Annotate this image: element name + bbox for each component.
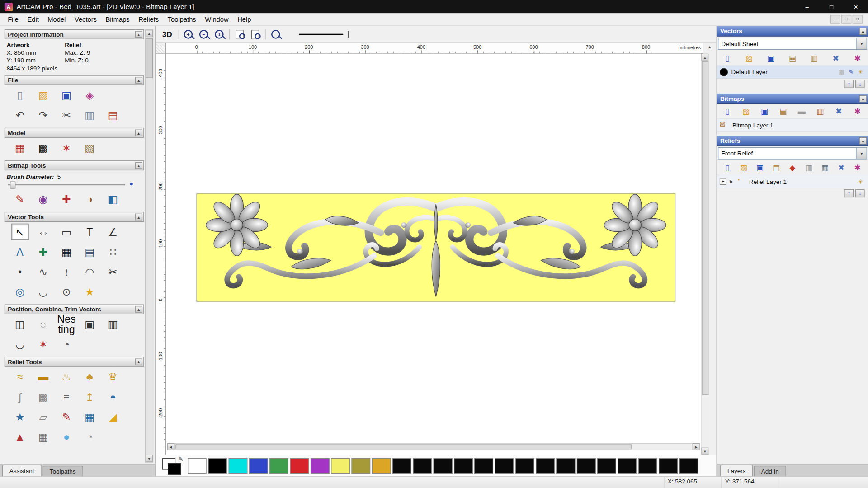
node-edit-icon[interactable]: • [11, 263, 28, 280]
mdi-close-button[interactable]: × [853, 15, 863, 24]
collapse-vectors-button[interactable]: ▲ [859, 28, 867, 35]
arc-tool-icon[interactable]: ◠ [81, 263, 99, 280]
paint-relief-icon[interactable]: ✎ [57, 408, 75, 425]
star-tool-icon[interactable]: ★ [81, 283, 99, 300]
sheet-select[interactable]: Default Sheet ▼ [718, 38, 867, 50]
tab-add-in[interactable]: Add In [754, 466, 786, 476]
freehand-curve-icon[interactable]: ∿ [34, 263, 52, 280]
zoom-previous-button[interactable] [269, 28, 282, 40]
scroll-down-button[interactable]: ▼ [701, 448, 708, 455]
save-relief-icon[interactable]: ▣ [754, 162, 766, 173]
isolate-relief-icon[interactable]: ◔ [81, 428, 99, 445]
grid-relief-icon[interactable]: ▦ [819, 162, 831, 173]
offset-tool-icon[interactable]: ◡ [34, 283, 52, 300]
delete-bitmap-layer-icon[interactable]: ✖ [833, 106, 845, 117]
canvas-horizontal-scrollbar[interactable]: ◀ ▶ [167, 443, 700, 450]
import-bitmap-icon[interactable]: ▤ [777, 106, 789, 117]
zoom-out-button[interactable]: − [197, 28, 210, 40]
delete-vector-layer-icon[interactable]: ✖ [830, 52, 842, 63]
tab-layers[interactable]: Layers [720, 465, 753, 477]
measure-tool-icon[interactable]: ∠ [104, 224, 122, 240]
edit-layer-icon[interactable]: ✎ [846, 67, 856, 77]
collapse-model-button[interactable]: ▲ [135, 130, 142, 136]
swatch-black[interactable] [515, 458, 534, 474]
layer-visibility-icon[interactable]: ☀ [856, 67, 865, 77]
spiral-tool-icon[interactable]: ◔ [57, 336, 75, 352]
relief-plane-icon[interactable]: ▬ [34, 369, 52, 385]
adjust-greyscale-icon[interactable]: ▩ [34, 140, 52, 156]
menu-window[interactable]: Window [200, 14, 233, 25]
load-reference-image-icon[interactable]: ▧ [81, 140, 99, 156]
v-scroll-thumb[interactable] [702, 61, 709, 395]
layer-down-button[interactable]: ↓ [855, 80, 865, 88]
open-bitmap-icon[interactable]: ▨ [740, 106, 752, 117]
collapse-bitmap-tools-button[interactable]: ▲ [135, 162, 142, 169]
offset-relief-icon[interactable]: ≡ [57, 389, 75, 405]
swatch-gold[interactable] [372, 458, 391, 474]
assistant-panel-scrollbar[interactable]: ▲ ▼ [145, 29, 153, 463]
swatch-black[interactable] [392, 458, 411, 474]
swatch-black[interactable] [454, 458, 473, 474]
open-model-icon[interactable]: ▨ [34, 87, 52, 103]
new-relief-layer-icon[interactable]: ✱ [851, 162, 863, 173]
save-bitmap-icon[interactable]: ▣ [759, 106, 771, 117]
menu-bitmaps[interactable]: Bitmaps [101, 14, 134, 25]
swatch-black[interactable] [659, 458, 678, 474]
nesting-icon[interactable]: Nes ting [57, 316, 75, 333]
zoom-in-button[interactable]: + [182, 28, 195, 40]
chevron-down-icon[interactable]: ▼ [856, 148, 866, 159]
new-bitmap-icon[interactable]: ▯ [722, 106, 734, 117]
transform-vectors-icon[interactable]: ⇔ [34, 224, 52, 240]
levels-icon[interactable]: ▥ [814, 106, 826, 117]
rectangle-tool-icon[interactable]: ▭ [57, 224, 75, 240]
open-sheet-icon[interactable]: ▨ [743, 52, 755, 63]
save-model-icon[interactable]: ▣ [57, 87, 75, 103]
block-copy-icon[interactable]: ▣ [81, 316, 99, 333]
import-relief-icon[interactable]: ▤ [770, 162, 782, 173]
slider-handle[interactable] [10, 182, 15, 189]
extrude-tool-icon[interactable]: ↥ [81, 389, 99, 405]
palette-icon[interactable]: ◑ [81, 191, 99, 207]
panel-scroll-down-button[interactable]: ▼ [146, 455, 153, 462]
menu-model[interactable]: Model [43, 14, 71, 25]
relief-select[interactable]: Front Relief ▼ [718, 147, 867, 160]
text-tool-icon[interactable]: T [81, 224, 99, 240]
layer-row-bitmap-layer-1[interactable]: ▨ Bitmap Layer 1 [717, 118, 868, 131]
export-model-icon[interactable]: ◈ [81, 87, 99, 103]
circle-tool-icon[interactable]: ⊙ [57, 283, 75, 300]
expand-relief-layer-button[interactable]: + [720, 178, 726, 185]
layer-row-default-layer[interactable]: Default Layer ▦✎☀ [717, 65, 868, 78]
copy-icon[interactable]: ▥ [81, 107, 99, 123]
swirl-tool-icon[interactable]: ∫ [11, 389, 28, 405]
zoom-objects-button[interactable] [233, 28, 246, 40]
texture-relief-icon[interactable]: ▦ [81, 408, 99, 425]
sculpt-tool-icon[interactable]: ♨ [57, 369, 75, 385]
mdi-restore-button[interactable]: □ [841, 15, 851, 24]
scroll-left-button[interactable]: ◀ [167, 443, 175, 450]
revolve-tool-icon[interactable]: ◎ [11, 283, 28, 300]
swatch-black[interactable] [638, 458, 657, 474]
block-text-icon[interactable]: ✚ [34, 244, 52, 260]
scroll-right-button[interactable]: ▶ [693, 443, 700, 450]
scroll-up-button[interactable]: ▲ [701, 54, 708, 61]
swatch-black[interactable] [208, 458, 227, 474]
swatch-black[interactable] [434, 458, 453, 474]
fillet-tool-icon[interactable]: ◡ [11, 336, 28, 352]
swatch-magenta[interactable] [311, 458, 330, 474]
zoom-sheet-button[interactable] [249, 28, 262, 40]
h-scroll-thumb[interactable] [175, 444, 632, 449]
new-bitmap-layer-icon[interactable]: ✱ [851, 106, 863, 117]
export-vectors-icon[interactable]: ▥ [808, 52, 820, 63]
swatch-black[interactable] [577, 458, 596, 474]
flood-fill-icon[interactable]: ◧ [104, 191, 122, 207]
grid-tool-icon[interactable]: ▦ [57, 244, 75, 260]
collapse-file-button[interactable]: ▲ [135, 77, 142, 84]
canvas-vertical-scrollbar[interactable]: ▲ ▼ [701, 54, 709, 455]
zoom-scale-button[interactable]: 1 [212, 28, 226, 40]
relief-layer-down-button[interactable]: ↓ [855, 189, 865, 197]
new-vector-layer-icon[interactable]: ✱ [851, 52, 863, 63]
collapse-position-button[interactable]: ▲ [135, 306, 142, 313]
copy-along-curve-icon[interactable]: ▥ [104, 316, 122, 333]
dome-tool-icon[interactable]: ◓ [104, 389, 122, 405]
layer-row-relief-layer-1[interactable]: + ▶ ◔ Relief Layer 1 ☀ [717, 175, 868, 188]
